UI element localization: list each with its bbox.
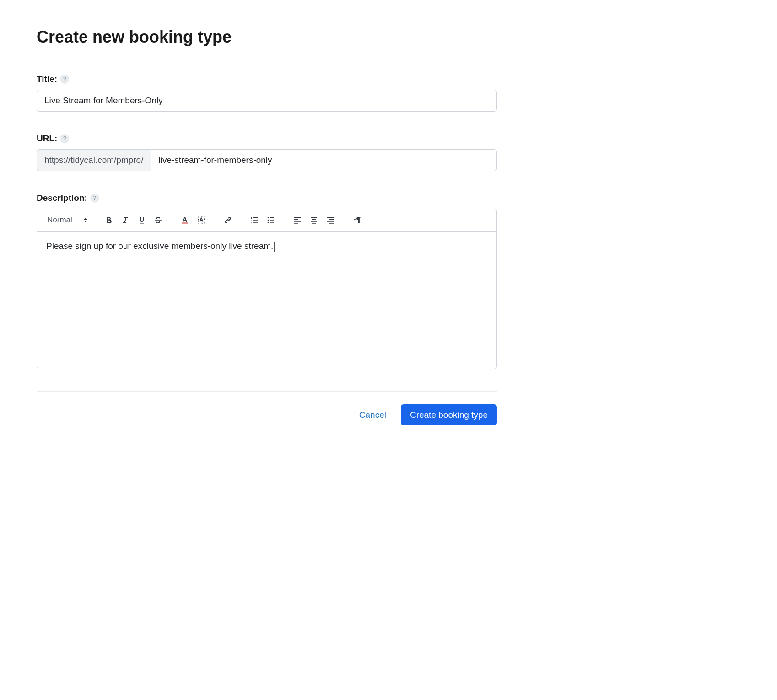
rich-text-editor: Normal	[37, 209, 497, 369]
help-icon[interactable]: ?	[90, 194, 99, 203]
svg-point-3	[267, 220, 269, 221]
svg-point-4	[267, 222, 269, 223]
pilcrow-icon	[352, 216, 362, 224]
svg-point-2	[267, 217, 269, 219]
underline-button[interactable]	[135, 213, 149, 227]
italic-button[interactable]	[118, 213, 133, 227]
format-dropdown[interactable]: Normal	[43, 214, 92, 226]
editor-toolbar: Normal	[37, 209, 496, 232]
url-label: URL: ?	[37, 134, 497, 144]
url-input-group: https://tidycal.com/pmpro/	[37, 149, 497, 171]
text-direction-button[interactable]	[350, 213, 364, 227]
create-booking-type-button[interactable]: Create booking type	[401, 404, 497, 425]
ordered-list-button[interactable]	[247, 213, 262, 227]
text-color-icon	[181, 216, 189, 224]
description-content-text: Please sign up for our exclusive members…	[46, 241, 273, 251]
ordered-list-icon	[250, 216, 259, 224]
unordered-list-button[interactable]	[264, 213, 278, 227]
bold-icon	[105, 216, 113, 224]
url-field-group: URL: ? https://tidycal.com/pmpro/	[37, 134, 497, 171]
url-slug-input[interactable]	[151, 149, 497, 171]
divider	[37, 391, 497, 392]
strikethrough-icon	[154, 216, 162, 224]
unordered-list-icon	[267, 216, 275, 224]
url-prefix: https://tidycal.com/pmpro/	[37, 149, 151, 171]
bold-button[interactable]	[102, 213, 116, 227]
align-right-icon	[326, 216, 335, 224]
title-field-group: Title: ?	[37, 74, 497, 112]
align-left-icon	[293, 216, 302, 224]
align-center-icon	[310, 216, 318, 224]
highlight-button[interactable]	[194, 213, 209, 227]
align-left-button[interactable]	[290, 213, 305, 227]
description-field-group: Description: ? Normal	[37, 193, 497, 369]
link-icon	[223, 215, 232, 225]
text-cursor	[274, 242, 275, 252]
text-color-button[interactable]	[178, 213, 192, 227]
align-center-button[interactable]	[307, 213, 321, 227]
description-label-text: Description:	[37, 193, 87, 203]
cancel-button[interactable]: Cancel	[356, 405, 390, 425]
format-dropdown-label: Normal	[47, 215, 72, 225]
form-actions: Cancel Create booking type	[37, 404, 497, 425]
help-icon[interactable]: ?	[60, 75, 69, 84]
svg-rect-0	[182, 223, 188, 224]
title-label-text: Title:	[37, 74, 57, 84]
italic-icon	[121, 216, 130, 224]
description-textarea[interactable]: Please sign up for our exclusive members…	[37, 232, 496, 369]
chevron-updown-icon	[83, 217, 88, 223]
underline-icon	[138, 216, 146, 224]
strikethrough-button[interactable]	[151, 213, 166, 227]
help-icon[interactable]: ?	[60, 134, 69, 143]
url-label-text: URL:	[37, 134, 57, 144]
highlight-icon	[197, 216, 205, 224]
align-right-button[interactable]	[323, 213, 338, 227]
title-label: Title: ?	[37, 74, 497, 84]
title-input[interactable]	[37, 90, 497, 112]
page-title: Create new booking type	[37, 27, 497, 47]
description-label: Description: ?	[37, 193, 497, 203]
link-button[interactable]	[221, 213, 235, 227]
